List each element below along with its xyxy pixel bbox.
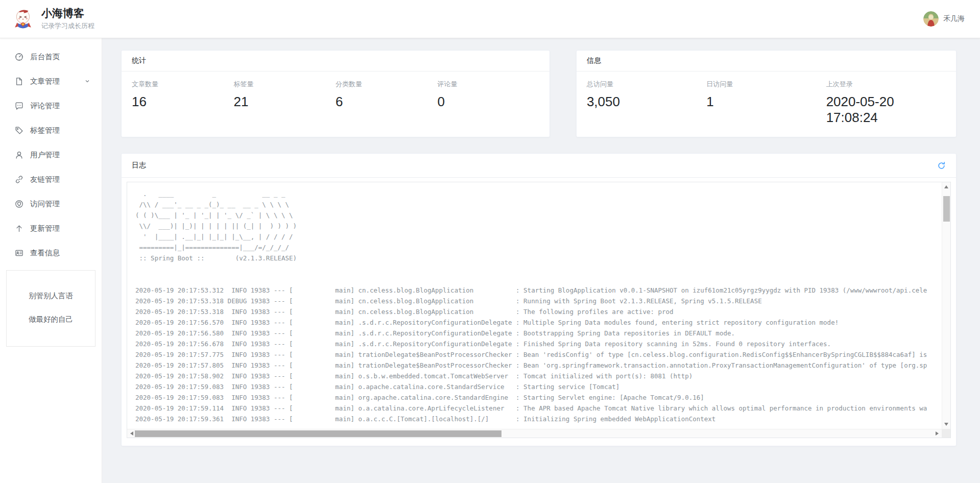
log-content: . ____ _ __ _ _ /\\ / ___'_ __ _ _(_)_ _… — [127, 182, 950, 424]
info-last-login: 上次登录2020-05-20 17:08:24 — [826, 80, 946, 126]
scroll-right-arrow-icon[interactable] — [936, 431, 939, 436]
log-card-title: 日志 — [132, 161, 146, 170]
stat-label: 总访问量 — [587, 80, 706, 89]
sidebar-item-links[interactable]: 友链管理 — [0, 167, 102, 191]
motto-box: 别管别人言语 做最好的自己 — [6, 270, 95, 347]
sidebar-item-label: 后台首页 — [30, 52, 60, 62]
sidebar-item-label: 更新管理 — [30, 224, 60, 233]
stat-value: 6 — [336, 94, 437, 110]
stat-value: 2020-05-20 17:08:24 — [826, 94, 946, 126]
sidebar-item-users[interactable]: 用户管理 — [0, 142, 102, 167]
article-icon — [15, 77, 23, 86]
stat-value: 3,050 — [587, 94, 706, 110]
info-card: 信息 总访问量3,050日访问量1上次登录2020-05-20 17:08:24 — [576, 50, 957, 137]
motto-line-1: 别管别人言语 — [7, 284, 95, 307]
sidebar-item-label: 用户管理 — [30, 150, 60, 160]
info-total-visits: 总访问量3,050 — [587, 80, 706, 126]
sidebar-item-label: 评论管理 — [30, 101, 60, 111]
sidebar-item-updates[interactable]: 更新管理 — [0, 216, 102, 240]
update-icon — [15, 224, 23, 233]
scrollbar-corner — [942, 429, 950, 438]
app-title: 小海博客 — [41, 7, 94, 19]
sidebar-item-label: 访问管理 — [30, 199, 60, 209]
sidebar-item-label: 文章管理 — [30, 77, 60, 86]
app-subtitle: 记录学习成长历程 — [41, 21, 94, 31]
log-card: 日志 . ____ _ __ _ _ /\\ / ___'_ __ _ _(_)… — [121, 153, 957, 446]
footer: © 小海博客 - Design by 小海 — [121, 446, 957, 483]
stat-label: 文章数量 — [132, 80, 233, 89]
stat-posts: 文章数量16 — [132, 80, 233, 110]
chevron-down-icon — [84, 78, 90, 84]
dashboard-icon — [15, 53, 23, 61]
sidebar-item-info[interactable]: 查看信息 — [0, 240, 102, 265]
sidebar-item-articles[interactable]: 文章管理 — [0, 69, 102, 93]
stat-label: 上次登录 — [826, 80, 946, 89]
comment-icon — [15, 102, 23, 110]
sidebar-item-visits[interactable]: 访问管理 — [0, 191, 102, 216]
link-icon — [15, 175, 23, 184]
log-viewer: . ____ _ __ _ _ /\\ / ___'_ __ _ _(_)_ _… — [127, 182, 951, 438]
user-menu[interactable]: 禾几海 — [923, 11, 965, 27]
visit-icon — [15, 200, 23, 208]
motto-line-2: 做最好的自己 — [7, 307, 95, 331]
main-content: 统计 文章数量16标签量21分类数量6评论量0 信息 总访问量3,050日访问量… — [102, 38, 980, 483]
sidebar-item-tags[interactable]: 标签管理 — [0, 118, 102, 142]
user-icon — [15, 151, 23, 159]
stats-card: 统计 文章数量16标签量21分类数量6评论量0 — [121, 50, 550, 137]
brand: 小海博客 记录学习成长历程 — [12, 7, 94, 30]
scroll-left-arrow-icon[interactable] — [130, 431, 133, 436]
stats-card-title: 统计 — [132, 56, 146, 65]
info-daily-visits: 日访问量1 — [706, 80, 826, 126]
sidebar-item-label: 标签管理 — [30, 126, 60, 135]
scroll-up-arrow-icon[interactable] — [944, 185, 948, 188]
stat-comments: 评论量0 — [437, 80, 539, 110]
sidebar: 后台首页文章管理评论管理标签管理用户管理友链管理访问管理更新管理查看信息 别管别… — [0, 38, 102, 483]
horizontal-scrollbar[interactable] — [127, 429, 942, 438]
sidebar-item-dashboard[interactable]: 后台首页 — [0, 44, 102, 69]
stat-tags: 标签量21 — [233, 80, 335, 110]
info-card-title: 信息 — [587, 56, 601, 65]
brand-text: 小海博客 记录学习成长历程 — [41, 7, 94, 30]
stat-value: 0 — [437, 94, 539, 110]
stat-label: 日访问量 — [706, 80, 826, 89]
stat-categories: 分类数量6 — [336, 80, 437, 110]
sidebar-item-comments[interactable]: 评论管理 — [0, 93, 102, 118]
mascot-logo-icon[interactable] — [12, 8, 34, 30]
vertical-scroll-thumb[interactable] — [943, 196, 950, 222]
stat-label: 分类数量 — [336, 80, 437, 89]
stat-value: 16 — [132, 94, 233, 110]
user-avatar[interactable] — [923, 11, 939, 27]
user-name: 禾几海 — [943, 14, 965, 23]
sidebar-item-label: 友链管理 — [30, 175, 60, 184]
stat-label: 评论量 — [437, 80, 539, 89]
tag-icon — [15, 126, 23, 135]
refresh-icon[interactable] — [937, 161, 946, 170]
stat-value: 1 — [706, 94, 826, 110]
idcard-icon — [15, 249, 23, 257]
app-header: 小海博客 记录学习成长历程 禾几海 — [0, 0, 980, 38]
scroll-down-arrow-icon[interactable] — [944, 423, 948, 426]
vertical-scrollbar[interactable] — [942, 182, 950, 429]
stat-value: 21 — [233, 94, 335, 110]
sidebar-item-label: 查看信息 — [30, 248, 60, 258]
stat-label: 标签量 — [233, 80, 335, 89]
horizontal-scroll-thumb[interactable] — [135, 430, 501, 437]
sidebar-menu: 后台首页文章管理评论管理标签管理用户管理友链管理访问管理更新管理查看信息 — [0, 44, 102, 265]
